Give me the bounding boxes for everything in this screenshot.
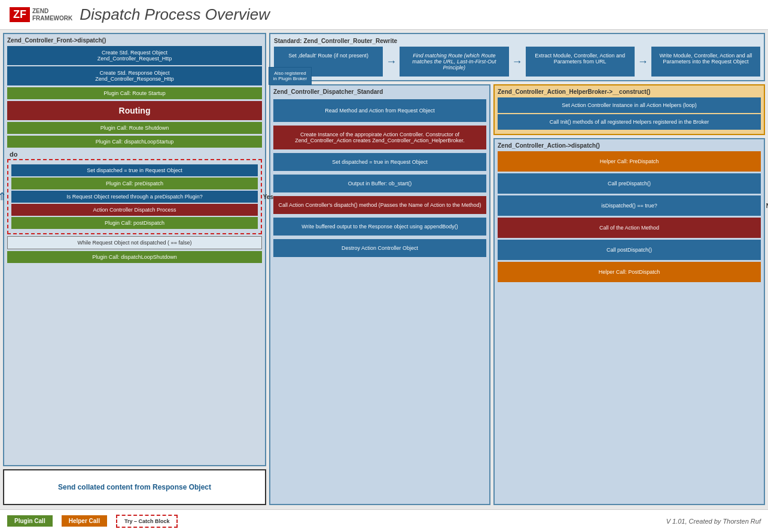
dispatcher-section: Zend_Controller_Dispatcher_Standard Read… [269,84,490,505]
arrow-2: → [512,47,523,77]
plugin-route-startup-box: Plugin Call: Route Startup [7,87,262,99]
routing-section-title: Standard: Zend_Controller_Router_Rewrite [274,38,760,44]
dispatcher-title: Zend_Controller_Dispatcher_Standard [273,88,486,95]
call-init-box: Call Init() methods of all registered He… [498,114,761,130]
action-controller-dispatch-box: Action Controller Dispatch Process [11,204,258,216]
arrow-1: → [386,47,397,77]
logo-text: ZENDFRAMEWORK [32,8,72,22]
center-right-area: Standard: Zend_Controller_Router_Rewrite… [269,33,765,505]
plugin-postdispatch-box: Plugin Call: postDispatch [11,217,258,229]
header: ZF ZENDFRAMEWORK Dispatch Process Overvi… [0,0,768,30]
while-box: While Request Object not dispatched ( ==… [7,236,262,249]
no-label: No [766,203,768,209]
routing-steps: Set ‚default' Route (if not present) → F… [274,47,760,77]
legend-helper: Helper Call [62,515,107,527]
is-request-reset-box: Is Request Object reseted through a preD… [11,191,258,203]
logo-zf: ZF [10,7,30,22]
logo: ZF ZENDFRAMEWORK [10,7,72,22]
routing-section: Standard: Zend_Controller_Router_Rewrite… [269,33,765,81]
helper-broker-section: Zend_Controller_Action_HelperBroker->__c… [493,84,765,135]
call-postdispatch-box: Call postDispatch() [498,240,761,260]
legend-try-catch: Try – Catch Block [116,515,178,528]
routing-step-2: Find matching Route (which Route matches… [400,47,508,77]
arrow-3: → [638,47,648,77]
set-dispatched-box: Set dispatched = true in Request Object [11,164,258,176]
is-dispatched-box: isDispatched() == true? No [498,195,761,216]
call-predispatch-box: Call preDispatch() [498,173,761,194]
plugin-dispatch-loop-shutdown-box: Plugin Call: dispatchLoopShutdown [7,251,262,263]
page-title: Dispatch Process Overview [80,5,270,24]
call-action-box: Call of the Action Method [498,218,761,238]
legend-plugin: Plugin Call [7,515,53,527]
action-dispatch-title: Zend_Controller_Action->dispatch() [498,142,761,149]
loop-arrow: ⇑ [0,166,7,227]
read-method-box: Read Method and Action from Request Obje… [273,99,486,122]
output-buffer-box: Output in Buffer: ob_start() [273,175,486,192]
routing-box: Routing [7,101,262,120]
routing-step-4: Write Module, Controller, Action and all… [651,47,760,77]
helper-broker-title: Zend_Controller_Action_HelperBroker->__c… [498,88,761,95]
front-dispatch-title: Zend_Controller_Front->dispatch() [7,37,262,44]
legend-try-catch-swatch: Try – Catch Block [116,515,178,528]
plugin-route-shutdown-box: Plugin Call: Route Shutdown [7,122,262,134]
set-action-controller-box: Set Action Controller Instance in all Ac… [498,97,761,113]
create-response-box: Create Std. Response Object Zend_Control… [7,66,262,85]
do-label: do [7,149,262,159]
loop-block: ⇑ Set dispatched = true in Request Objec… [7,159,262,234]
dispatcher-spacer [273,259,486,501]
action-dispatch-section: Zend_Controller_Action->dispatch() Helpe… [493,138,765,505]
legend-plugin-swatch: Plugin Call [7,515,53,527]
destroy-box: Destroy Action Controller Object [273,239,486,257]
helper-predispatch-box: Helper Call: PreDispatch [498,151,761,172]
write-buffered-box: Write buffered output to the Response ob… [273,218,486,236]
legend-helper-swatch: Helper Call [62,515,107,527]
dispatcher-set-dispatched-box: Set dispatched = true in Request Object [273,153,486,171]
helper-postdispatch-box: Helper Call: PostDispatch [498,262,761,282]
plugin-predispatch-box: Plugin Call: preDispatch [11,178,258,189]
call-dispatch-box: Call Action Controller's dispatch() meth… [273,196,486,214]
front-dispatch-section: Zend_Controller_Front->dispatch() Also r… [3,33,266,466]
routing-step-3: Extract Module, Controller, Action and P… [526,47,635,77]
also-registered-badge: Also registered in Plugin Broker [269,67,312,85]
plugin-dispatch-loop-startup-box: Plugin Call: dispatchLoopStartup [7,136,262,148]
version-text: V 1.01, Created by Thorsten Ruf [666,518,761,525]
bottom-panels: Zend_Controller_Dispatcher_Standard Read… [269,84,765,505]
create-request-box: Create Std. Request Object Zend_Controll… [7,46,262,65]
legend-bar: Plugin Call Helper Call Try – Catch Bloc… [0,509,768,532]
create-instance-box: Create Instance of the appropirate Actio… [273,126,486,149]
yes-label: Yes [263,194,273,200]
right-sub-panels: Zend_Controller_Action_HelperBroker->__c… [493,84,765,505]
send-collated-box: Send collated content from Response Obje… [3,469,266,505]
left-panel: Zend_Controller_Front->dispatch() Also r… [3,33,266,505]
